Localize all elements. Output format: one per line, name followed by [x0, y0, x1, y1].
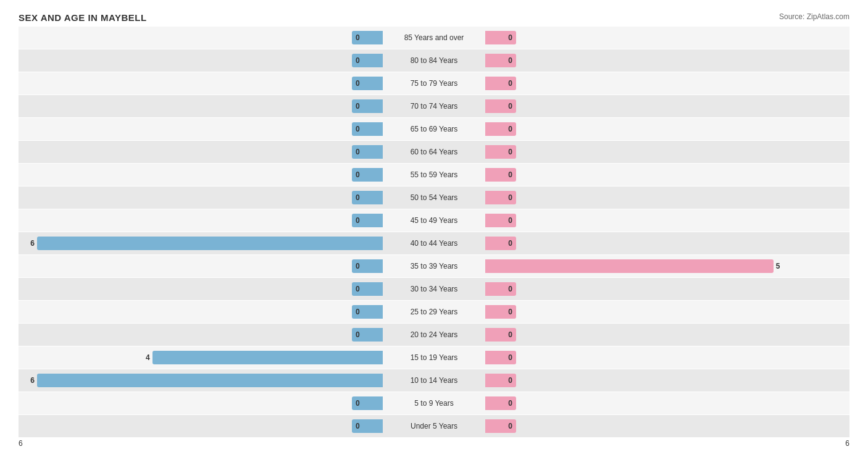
female-value: 0 — [504, 330, 516, 339]
male-value: 0 — [352, 56, 364, 65]
male-bar: 0 — [352, 419, 383, 433]
female-bar: 0 — [485, 374, 516, 387]
male-bar: 0 — [352, 31, 383, 44]
age-label-section: 20 to 24 Years — [383, 324, 485, 346]
age-label-section: 85 Years and over — [383, 27, 485, 49]
age-label: 20 to 24 Years — [406, 328, 463, 342]
male-section: 0 — [19, 164, 383, 186]
age-label-section: 30 to 34 Years — [383, 278, 485, 300]
male-bar: 0 — [352, 214, 383, 227]
female-section: 0 — [485, 369, 849, 392]
chart-container: SEX AND AGE IN MAYBELL Source: ZipAtlas.… — [0, 0, 868, 457]
male-section: 0 — [19, 27, 383, 49]
female-section: 0 — [485, 209, 849, 232]
bar-row: 060 to 64 Years0 — [19, 141, 849, 163]
bar-row: 065 to 69 Years0 — [19, 118, 849, 140]
male-value: 0 — [352, 125, 364, 133]
female-value: 0 — [504, 79, 516, 88]
chart-title: SEX AND AGE IN MAYBELL — [19, 12, 849, 23]
male-value: 0 — [352, 285, 364, 293]
male-section: 0 — [19, 49, 383, 72]
male-value: 0 — [352, 193, 364, 202]
female-section: 0 — [485, 27, 849, 49]
age-label-section: 50 to 54 Years — [383, 187, 485, 209]
age-label-section: 60 to 64 Years — [383, 141, 485, 163]
female-bar: 0 — [485, 145, 516, 159]
male-bar: 0 — [352, 145, 383, 159]
bar-row: 070 to 74 Years0 — [19, 95, 849, 117]
female-section: 0 — [485, 278, 849, 300]
female-section: 0 — [485, 301, 849, 323]
male-value: 0 — [352, 308, 364, 316]
male-bar: 0 — [352, 122, 383, 136]
male-value: 0 — [352, 330, 364, 339]
male-section: 4 — [19, 346, 383, 369]
bar-row: 020 to 24 Years0 — [19, 324, 849, 346]
female-section: 0 — [485, 415, 849, 437]
male-section: 0 — [19, 187, 383, 209]
axis-right: 6 — [845, 439, 849, 448]
male-value: 0 — [352, 148, 364, 156]
age-label-section: 35 to 39 Years — [383, 255, 485, 277]
female-bar: 0 — [485, 168, 516, 182]
female-bar: 0 — [485, 99, 516, 113]
male-value-outside: 4 — [146, 353, 150, 362]
male-value: 0 — [352, 422, 364, 430]
bar-row: 030 to 34 Years0 — [19, 278, 849, 300]
male-value: 0 — [352, 79, 364, 88]
age-label: 35 to 39 Years — [406, 259, 463, 273]
male-value: 0 — [352, 216, 364, 225]
age-label-section: 70 to 74 Years — [383, 95, 485, 117]
female-bar: 0 — [485, 191, 516, 204]
female-value: 0 — [504, 170, 516, 179]
axis-labels: 6 6 — [19, 438, 849, 449]
bar-row: 080 to 84 Years0 — [19, 49, 849, 72]
male-bar: 0 — [352, 259, 383, 273]
bar-row: 045 to 49 Years0 — [19, 209, 849, 232]
female-bar: 0 — [485, 77, 516, 90]
age-label: 60 to 64 Years — [406, 145, 463, 159]
male-value: 0 — [352, 262, 364, 270]
age-label: 45 to 49 Years — [406, 214, 463, 227]
male-bar: 0 — [352, 168, 383, 182]
female-value: 0 — [504, 56, 516, 65]
bar-row: 05 to 9 Years0 — [19, 392, 849, 414]
age-label: 10 to 14 Years — [406, 374, 463, 387]
bar-row: 075 to 79 Years0 — [19, 72, 849, 94]
male-value: 0 — [352, 170, 364, 179]
female-bar: 0 — [485, 237, 516, 250]
male-section: 0 — [19, 301, 383, 323]
female-section: 0 — [485, 164, 849, 186]
female-bar — [485, 259, 774, 273]
female-section: 0 — [485, 187, 849, 209]
male-section: 0 — [19, 255, 383, 277]
female-value: 0 — [504, 216, 516, 225]
male-section: 0 — [19, 95, 383, 117]
bar-row: 085 Years and over0 — [19, 27, 849, 49]
age-label: 80 to 84 Years — [406, 54, 463, 67]
male-bar: 0 — [352, 282, 383, 296]
age-label: 55 to 59 Years — [406, 168, 463, 182]
male-value: 0 — [352, 399, 364, 408]
female-value-outside: 5 — [776, 262, 780, 270]
male-section: 0 — [19, 141, 383, 163]
age-label: 25 to 29 Years — [406, 305, 463, 319]
male-bar: 0 — [352, 305, 383, 319]
female-value: 0 — [504, 125, 516, 133]
male-bar: 0 — [352, 191, 383, 204]
male-bar: 0 — [352, 77, 383, 90]
female-value: 0 — [504, 239, 516, 248]
male-value: 0 — [352, 102, 364, 111]
age-label: 75 to 79 Years — [406, 77, 463, 90]
female-value: 0 — [504, 353, 516, 362]
chart-content: 085 Years and over0080 to 84 Years0075 t… — [19, 27, 849, 437]
age-label-section: 5 to 9 Years — [383, 392, 485, 414]
female-value: 0 — [504, 193, 516, 202]
male-section: 0 — [19, 278, 383, 300]
male-bar: 0 — [352, 99, 383, 113]
age-label-section: 80 to 84 Years — [383, 49, 485, 72]
bar-row: 055 to 59 Years0 — [19, 164, 849, 186]
source-label: Source: ZipAtlas.com — [779, 12, 849, 21]
male-value: 0 — [352, 33, 364, 42]
age-label: Under 5 Years — [406, 419, 462, 433]
